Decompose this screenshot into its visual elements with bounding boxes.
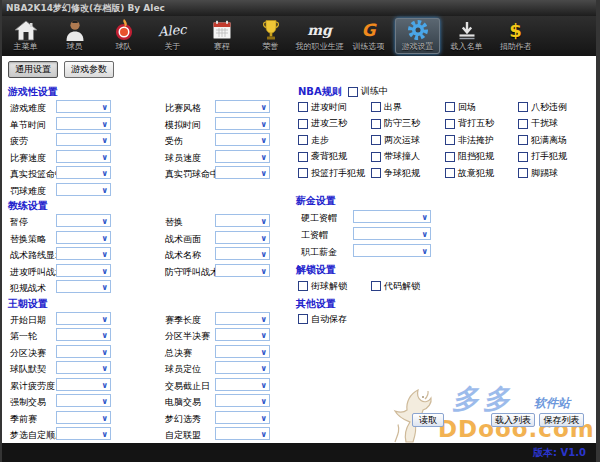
dropdown[interactable]: ∨ (215, 312, 270, 325)
unlock-checkbox[interactable]: 街球解锁 (298, 280, 371, 293)
dropdown[interactable]: ∨ (56, 280, 111, 293)
dropdown[interactable]: ∨ (56, 361, 111, 374)
dropdown[interactable]: ∨ (215, 214, 270, 227)
dropdown[interactable]: ∨ (56, 214, 111, 227)
dropdown[interactable]: ∨ (56, 312, 111, 325)
dropdown[interactable]: ∨ (215, 117, 270, 130)
rule-checkbox[interactable]: 打手犯规 (518, 150, 594, 163)
dropdown[interactable]: ∨ (56, 231, 111, 244)
rule-checkbox[interactable]: 出界 (371, 101, 445, 114)
toolbar-button-donate[interactable]: $ 捐助作者 (493, 18, 538, 54)
tab-game-params[interactable]: 游戏参数 (64, 61, 114, 78)
dropdown[interactable]: ∨ (215, 264, 270, 277)
dropdown[interactable]: ∨ (56, 264, 111, 277)
toolbar-button-players[interactable]: 球员 (52, 18, 97, 54)
dropdown[interactable]: ∨ (215, 378, 270, 391)
dropdown[interactable]: ∨ (215, 361, 270, 374)
dropdown[interactable]: ∨ (56, 427, 111, 440)
dropdown[interactable]: ∨ (353, 244, 431, 257)
dropdown[interactable]: ∨ (56, 150, 111, 163)
rule-checkbox[interactable]: 八秒违例 (518, 101, 594, 114)
rule-checkbox[interactable]: 防守三秒 (371, 117, 445, 130)
rule-checkbox[interactable]: 脚踢球 (518, 167, 594, 180)
toolbar-button-main-menu[interactable]: 主菜单 (3, 18, 48, 54)
form-row: 强制交易 电脑交易 ∨ ∨ (8, 393, 292, 410)
rule-checkbox[interactable]: 干扰球 (518, 117, 594, 130)
toolbar-button-game-settings[interactable]: 游戏设置 (395, 18, 440, 54)
field-label: 开始日期 (10, 314, 46, 327)
training-checkbox[interactable]: 训练中 (348, 85, 388, 98)
toolbar-button-load-roster[interactable]: 载入名单 (444, 18, 489, 54)
checkbox-box (371, 135, 381, 145)
dropdown[interactable]: ∨ (56, 411, 111, 424)
rule-checkbox[interactable]: 回场 (445, 101, 518, 114)
toolbar-button-career[interactable]: mg 我的职业生涯 (297, 18, 342, 54)
dropdown[interactable]: ∨ (215, 150, 270, 163)
rule-checkbox[interactable]: 阻挡犯规 (445, 150, 518, 163)
rule-checkbox[interactable]: 争球犯规 (371, 167, 445, 180)
rule-checkbox[interactable]: 带球撞人 (371, 150, 445, 163)
dropdown[interactable]: ∨ (56, 345, 111, 358)
load-list-button[interactable]: 载入列表 (491, 413, 535, 427)
rule-checkbox[interactable]: 故意犯规 (445, 167, 518, 180)
toolbar-button-teams[interactable]: 球队 (101, 18, 146, 54)
rule-checkbox[interactable]: 非法掩护 (445, 134, 518, 147)
dropdown[interactable]: ∨ (215, 100, 270, 113)
dropdown[interactable]: ∨ (56, 117, 111, 130)
dropdown[interactable]: ∨ (215, 427, 270, 440)
checkbox-label: 打手犯规 (531, 150, 567, 163)
chevron-down-icon: ∨ (102, 153, 109, 162)
other-checkbox[interactable]: 自动保存 (298, 313, 594, 326)
dropdown[interactable]: ∨ (215, 411, 270, 424)
dropdown[interactable]: ∨ (56, 166, 111, 179)
read-button[interactable]: 读取 (412, 413, 444, 427)
dropdown[interactable]: ∨ (353, 227, 431, 240)
toolbar-button-training[interactable]: G 训练选项 (346, 18, 391, 54)
dropdown[interactable]: ∨ (56, 183, 111, 196)
section-rows: 开始日期 赛季长度 ∨ ∨ 第一轮 分区半决赛 ∨ ∨ 分区决赛 总决赛 ∨ ∨… (8, 311, 292, 443)
titlebar[interactable]: NBA2K14梦幻修改(存档版) By Alec (0, 0, 600, 16)
dropdown[interactable]: ∨ (56, 133, 111, 146)
section-rows: 暂停 替换 ∨ ∨ 替换策略 战术画面 ∨ ∨ 战术路线显示 战术名称 ∨ ∨ … (8, 213, 292, 296)
tab-general-settings[interactable]: 通用设置 (8, 61, 58, 78)
checkbox-label: 回场 (458, 101, 476, 114)
dropdown[interactable]: ∨ (56, 100, 111, 113)
dropdown[interactable]: ∨ (353, 210, 431, 223)
field-label: 自定联盟 (165, 429, 201, 442)
rule-checkbox[interactable]: 两次运球 (371, 134, 445, 147)
dropdown[interactable]: ∨ (215, 133, 270, 146)
dropdown[interactable]: ∨ (215, 247, 270, 260)
dropdown[interactable]: ∨ (215, 328, 270, 341)
toolbar-button-honors[interactable]: 荣誉 (248, 18, 293, 54)
rule-checkbox[interactable]: 投篮打手犯规 (298, 167, 371, 180)
dropdown[interactable]: ∨ (56, 247, 111, 260)
save-list-button[interactable]: 保存列表 (539, 413, 584, 427)
dropdown[interactable]: ∨ (215, 394, 270, 407)
field-label: 累计疲劳度 (10, 380, 55, 393)
rule-checkbox[interactable]: 背打五秒 (445, 117, 518, 130)
checkbox-box (371, 168, 381, 178)
rule-checkbox[interactable]: 袭背犯规 (298, 150, 371, 163)
dropdown[interactable]: ∨ (56, 394, 111, 407)
field-label: 工资帽 (301, 229, 328, 242)
salary-rows: 硬工资帽 ∨ 工资帽 ∨ 职工薪金 ∨ (296, 209, 594, 260)
rule-checkbox[interactable]: 走步 (298, 134, 371, 147)
dropdown[interactable]: ∨ (56, 328, 111, 341)
dropdown[interactable]: ∨ (56, 378, 111, 391)
checkbox-box (298, 102, 308, 112)
toolbar-button-about[interactable]: Alec 关于 (150, 18, 195, 54)
unlock-checkbox[interactable]: 代码解锁 (371, 280, 594, 293)
dropdown[interactable]: ∨ (215, 166, 270, 179)
checkbox-label: 走步 (311, 134, 329, 147)
field-label: 单节时间 (10, 119, 46, 132)
chevron-down-icon: ∨ (261, 250, 268, 259)
toolbar-button-schedule[interactable]: 赛程 (199, 18, 244, 54)
chevron-down-icon: ∨ (261, 136, 268, 145)
checkbox-label: 街球解锁 (311, 280, 347, 293)
rule-checkbox[interactable]: 犯满离场 (518, 134, 594, 147)
dropdown[interactable]: ∨ (215, 231, 270, 244)
rule-checkbox[interactable]: 进攻三秒 (298, 117, 371, 130)
dropdown[interactable]: ∨ (215, 345, 270, 358)
g-logo-icon: G (362, 18, 376, 42)
rule-checkbox[interactable]: 进攻时间 (298, 101, 371, 114)
